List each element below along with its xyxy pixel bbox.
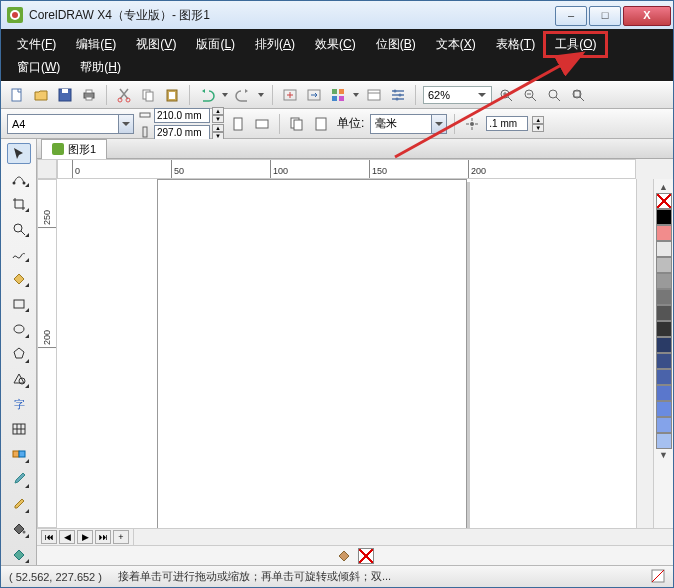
zoom-page-button[interactable] xyxy=(544,85,564,105)
open-button[interactable] xyxy=(31,85,51,105)
pick-tool[interactable] xyxy=(7,143,31,164)
zoom-fit-button[interactable] xyxy=(568,85,588,105)
options-button[interactable] xyxy=(388,85,408,105)
zoom-combo[interactable] xyxy=(423,86,492,104)
rectangle-tool[interactable] xyxy=(7,293,31,314)
smart-fill-tool[interactable] xyxy=(7,268,31,289)
undo-button[interactable] xyxy=(197,85,217,105)
freehand-tool[interactable] xyxy=(7,243,31,264)
ellipse-tool[interactable] xyxy=(7,318,31,339)
close-button[interactable]: X xyxy=(623,6,671,26)
polygon-tool[interactable] xyxy=(7,344,31,365)
color-swatch[interactable] xyxy=(656,401,672,417)
menu-帮助[interactable]: 帮助(H) xyxy=(70,56,131,79)
document-tab[interactable]: 图形1 xyxy=(41,139,107,159)
undo-history-dropdown[interactable] xyxy=(221,85,229,105)
nudge-spinner[interactable]: ▲▼ xyxy=(532,116,544,132)
zoom-input[interactable] xyxy=(426,87,474,103)
zoom-tool[interactable] xyxy=(7,218,31,239)
horizontal-scrollbar[interactable] xyxy=(133,529,673,545)
color-swatch[interactable] xyxy=(656,241,672,257)
menu-效果[interactable]: 效果(C) xyxy=(305,33,366,56)
apply-current-page-button[interactable] xyxy=(311,114,331,134)
horizontal-ruler[interactable]: 050100150200 xyxy=(57,159,636,179)
eyedropper-tool[interactable] xyxy=(7,469,31,490)
color-swatch[interactable] xyxy=(656,321,672,337)
no-color-swatch[interactable] xyxy=(656,193,672,209)
fill-swatch-icon[interactable] xyxy=(336,548,352,564)
outline-swatch[interactable] xyxy=(358,548,374,564)
text-tool[interactable]: 字 xyxy=(7,394,31,415)
add-page-button[interactable]: + xyxy=(113,530,129,544)
import-button[interactable] xyxy=(280,85,300,105)
first-page-button[interactable]: ⏮ xyxy=(41,530,57,544)
next-page-button[interactable]: ▶ xyxy=(77,530,93,544)
color-swatch[interactable] xyxy=(656,385,672,401)
color-swatch[interactable] xyxy=(656,433,672,449)
menu-窗口[interactable]: 窗口(W) xyxy=(7,56,70,79)
redo-history-dropdown[interactable] xyxy=(257,85,265,105)
table-tool[interactable] xyxy=(7,419,31,440)
menu-排列[interactable]: 排列(A) xyxy=(245,33,305,56)
vertical-ruler[interactable]: 250200 xyxy=(37,179,57,528)
unit-combo[interactable] xyxy=(370,114,447,134)
shape-tool[interactable] xyxy=(7,168,31,189)
color-swatch[interactable] xyxy=(656,353,672,369)
color-swatch[interactable] xyxy=(656,337,672,353)
color-swatch[interactable] xyxy=(656,289,672,305)
page-width-input[interactable] xyxy=(154,108,210,123)
portrait-button[interactable] xyxy=(228,114,248,134)
color-swatch[interactable] xyxy=(656,225,672,241)
export-button[interactable] xyxy=(304,85,324,105)
copy-button[interactable] xyxy=(138,85,158,105)
menu-文本[interactable]: 文本(X) xyxy=(426,33,486,56)
color-swatch[interactable] xyxy=(656,273,672,289)
landscape-button[interactable] xyxy=(252,114,272,134)
minimize-button[interactable]: – xyxy=(555,6,587,26)
color-swatch[interactable] xyxy=(656,209,672,225)
new-button[interactable] xyxy=(7,85,27,105)
outline-tool[interactable] xyxy=(7,494,31,515)
save-button[interactable] xyxy=(55,85,75,105)
zoom-out-button[interactable] xyxy=(520,85,540,105)
cut-button[interactable] xyxy=(114,85,134,105)
menu-视图[interactable]: 视图(V) xyxy=(126,33,186,56)
print-button[interactable] xyxy=(79,85,99,105)
interactive-fill-tool[interactable] xyxy=(7,544,31,565)
page-height-input[interactable] xyxy=(154,125,210,140)
color-swatch[interactable] xyxy=(656,369,672,385)
menu-编辑[interactable]: 编辑(E) xyxy=(66,33,126,56)
crop-tool[interactable] xyxy=(7,193,31,214)
color-swatch[interactable] xyxy=(656,257,672,273)
unit-input[interactable] xyxy=(371,116,431,132)
palette-down-button[interactable]: ▼ xyxy=(656,449,672,461)
paste-button[interactable] xyxy=(162,85,182,105)
zoom-in-button[interactable] xyxy=(496,85,516,105)
prev-page-button[interactable]: ◀ xyxy=(59,530,75,544)
color-swatch[interactable] xyxy=(656,417,672,433)
apply-all-pages-button[interactable] xyxy=(287,114,307,134)
app-launcher-dropdown[interactable] xyxy=(352,85,360,105)
vertical-scrollbar[interactable] xyxy=(636,179,653,528)
fill-tool[interactable] xyxy=(7,519,31,540)
menu-表格[interactable]: 表格(T) xyxy=(486,33,545,56)
welcome-button[interactable] xyxy=(364,85,384,105)
interactive-tool[interactable] xyxy=(7,444,31,465)
palette-up-button[interactable]: ▲ xyxy=(656,181,672,193)
menu-工具[interactable]: 工具(O) xyxy=(545,33,606,56)
paper-size-combo[interactable] xyxy=(7,114,134,134)
maximize-button[interactable]: □ xyxy=(589,6,621,26)
nudge-input[interactable] xyxy=(486,116,528,131)
paper-size-input[interactable] xyxy=(8,116,118,132)
menu-文件[interactable]: 文件(F) xyxy=(7,33,66,56)
page-width-spinner[interactable]: ▲▼ xyxy=(212,107,224,123)
drawing-canvas[interactable] xyxy=(57,179,636,528)
color-swatch[interactable] xyxy=(656,305,672,321)
ruler-origin[interactable] xyxy=(37,159,57,179)
redo-button[interactable] xyxy=(233,85,253,105)
last-page-button[interactable]: ⏭ xyxy=(95,530,111,544)
menu-版面[interactable]: 版面(L) xyxy=(186,33,245,56)
menu-位图[interactable]: 位图(B) xyxy=(366,33,426,56)
basic-shapes-tool[interactable] xyxy=(7,369,31,390)
page-height-spinner[interactable]: ▲▼ xyxy=(212,124,224,140)
